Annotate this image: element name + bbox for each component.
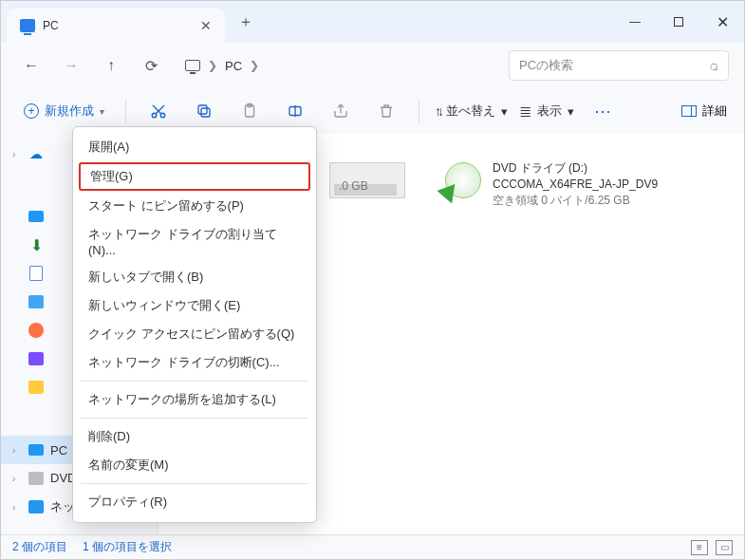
more-icon xyxy=(594,101,611,121)
rename-button[interactable] xyxy=(278,94,312,128)
sort-button[interactable]: 並べ替え ▾ xyxy=(435,103,508,120)
paste-button[interactable] xyxy=(233,94,267,128)
tiles-view-button[interactable]: ▭ xyxy=(716,540,733,555)
minimize-button[interactable]: — xyxy=(613,1,657,43)
up-button[interactable] xyxy=(96,50,126,81)
video-icon xyxy=(28,352,44,365)
details-pane-icon xyxy=(681,105,697,117)
maximize-button[interactable] xyxy=(657,1,700,43)
pc-icon xyxy=(28,444,44,456)
ctx-manage[interactable]: 管理(G) xyxy=(79,162,310,191)
refresh-button[interactable] xyxy=(136,50,166,81)
cut-button[interactable] xyxy=(141,94,176,128)
close-window-button[interactable]: ✕ xyxy=(700,1,744,43)
new-button[interactable]: + 新規作成 ▾ xyxy=(18,99,110,123)
forward-button[interactable] xyxy=(56,50,86,81)
desktop-icon xyxy=(28,211,44,222)
title-bar: PC ✕ ＋ — ✕ xyxy=(1,1,744,43)
dvd-drive-item[interactable]: DVD ドライブ (D:) CCCOMA_X64FRE_JA-JP_DV9 空き… xyxy=(443,160,658,208)
tab-title: PC xyxy=(43,19,59,32)
address-bar[interactable]: ❯ PC ❯ xyxy=(185,59,259,73)
monitor-icon xyxy=(185,60,200,71)
ctx-open-new-tab[interactable]: 新しいタブで開く(B) xyxy=(73,263,316,291)
search-box[interactable]: PCの検索 xyxy=(509,50,729,81)
chevron-right-icon: ❯ xyxy=(250,59,259,72)
ctx-open-new-window[interactable]: 新しいウィンドウで開く(E) xyxy=(73,291,316,320)
selection-count: 1 個の項目を選択 xyxy=(83,539,172,555)
navigation-bar: ❯ PC ❯ PCの検索 xyxy=(1,43,744,88)
ctx-expand[interactable]: 展開(A) xyxy=(73,133,316,161)
separator xyxy=(125,100,126,122)
separator xyxy=(81,381,308,382)
search-placeholder: PCの検索 xyxy=(519,57,573,74)
plus-circle-icon: + xyxy=(24,103,39,119)
window-controls: — ✕ xyxy=(613,1,744,43)
sort-label: 並べ替え xyxy=(446,103,495,120)
view-button[interactable]: 表示 ▾ xyxy=(519,103,574,121)
more-button[interactable] xyxy=(586,94,620,128)
drive-freespace: 空き領域 0 バイト/6.25 GB xyxy=(493,193,658,209)
download-icon: ⬇ xyxy=(28,237,45,252)
ctx-pin-start[interactable]: スタート にピン留めする(P) xyxy=(73,192,316,220)
chevron-down-icon: ▾ xyxy=(568,104,574,119)
dvd-icon xyxy=(28,472,44,485)
separator xyxy=(419,100,419,122)
pictures-icon xyxy=(28,295,44,308)
link-folder-icon xyxy=(28,381,44,394)
document-icon xyxy=(29,266,43,281)
pc-icon xyxy=(20,19,35,32)
music-icon xyxy=(28,323,44,338)
ctx-add-network-location[interactable]: ネットワークの場所を追加する(L) xyxy=(73,385,316,414)
close-tab-icon[interactable]: ✕ xyxy=(200,18,212,33)
search-icon[interactable] xyxy=(709,57,718,74)
ctx-pin-quick-access[interactable]: クイック アクセスにピン留めする(Q) xyxy=(73,320,316,348)
share-button[interactable] xyxy=(324,94,358,128)
chevron-down-icon: ▾ xyxy=(501,104,508,119)
capacity-text-partial: .0 GB xyxy=(339,179,368,193)
details-label: 詳細 xyxy=(702,103,727,120)
address-segment[interactable]: PC xyxy=(225,59,242,73)
ctx-properties[interactable]: プロパティ(R) xyxy=(73,488,316,516)
chevron-down-icon: ▾ xyxy=(100,106,104,117)
new-tab-button[interactable]: ＋ xyxy=(238,12,253,32)
ctx-disconnect-network-drive[interactable]: ネットワーク ドライブの切断(C)... xyxy=(73,348,316,377)
back-button[interactable] xyxy=(16,50,47,81)
copy-button[interactable] xyxy=(187,94,221,128)
view-icon xyxy=(519,103,531,121)
details-view-button[interactable]: ≡ xyxy=(691,540,708,555)
ctx-rename[interactable]: 名前の変更(M) xyxy=(73,451,316,479)
item-count: 2 個の項目 xyxy=(12,539,67,555)
sort-icon xyxy=(435,103,440,119)
chevron-right-icon: ❯ xyxy=(208,59,217,72)
network-icon xyxy=(28,500,44,513)
ctx-map-network-drive[interactable]: ネットワーク ドライブの割り当て(N)... xyxy=(73,220,316,263)
browser-tab[interactable]: PC ✕ xyxy=(7,9,225,43)
details-pane-button[interactable]: 詳細 xyxy=(681,103,727,120)
context-menu: 展開(A) 管理(G) スタート にピン留めする(P) ネットワーク ドライブの… xyxy=(72,126,317,523)
separator xyxy=(81,483,308,484)
separator xyxy=(81,418,308,419)
new-label: 新規作成 xyxy=(45,103,94,120)
drive-subtitle: CCCOMA_X64FRE_JA-JP_DV9 xyxy=(493,177,658,193)
view-label: 表示 xyxy=(537,103,562,120)
sidebar-label: PC xyxy=(50,443,67,457)
dvd-drive-icon xyxy=(443,160,483,200)
drive-title: DVD ドライブ (D:) xyxy=(493,160,658,177)
delete-button[interactable] xyxy=(369,94,403,128)
svg-rect-3 xyxy=(198,105,207,114)
status-bar: 2 個の項目 1 個の項目を選択 ≡ ▭ xyxy=(1,534,744,559)
svg-rect-2 xyxy=(201,108,210,117)
cloud-icon: ☁ xyxy=(28,146,45,161)
ctx-delete[interactable]: 削除(D) xyxy=(73,422,316,451)
